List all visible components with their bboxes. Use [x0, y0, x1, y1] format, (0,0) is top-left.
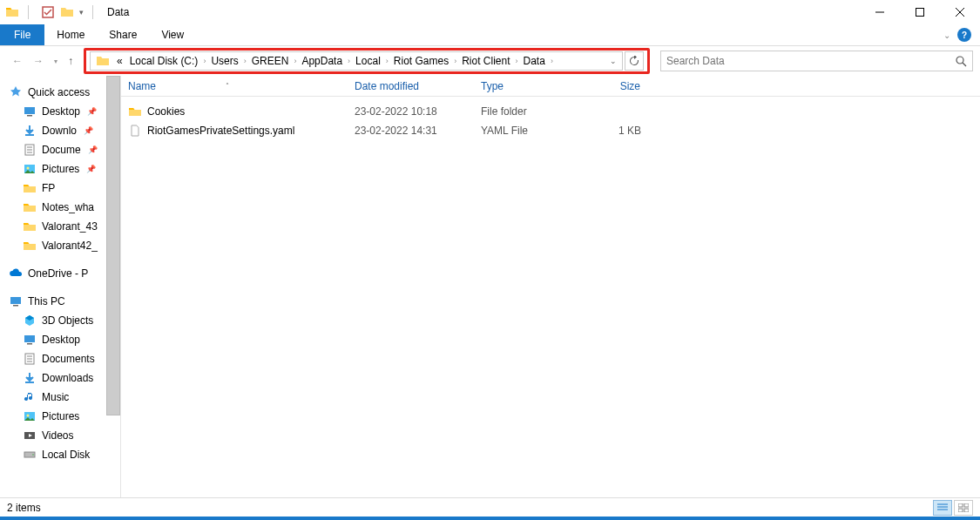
sidebar-this-pc[interactable]: This PC — [0, 292, 120, 311]
tab-share[interactable]: Share — [97, 24, 149, 45]
pic-icon — [23, 409, 37, 423]
col-size[interactable]: Size — [578, 80, 648, 92]
sidebar-item[interactable]: Docume📌 — [0, 140, 120, 159]
breadcrumb-segment[interactable]: Data — [520, 55, 549, 67]
sidebar-scrollbar[interactable] — [106, 76, 120, 497]
ribbon-expand-icon[interactable]: ⌄ — [943, 30, 950, 40]
pin-icon: 📌 — [84, 126, 93, 135]
breadcrumb-segment[interactable]: Riot Client — [458, 55, 513, 67]
sidebar-item[interactable]: Local Disk — [0, 445, 120, 464]
sidebar-item-label: Desktop — [42, 105, 80, 118]
sidebar-onedrive[interactable]: OneDrive - P — [0, 264, 120, 283]
sidebar-item[interactable]: FP — [0, 179, 120, 198]
up-button[interactable]: ↑ — [68, 55, 73, 67]
search-icon[interactable] — [955, 55, 967, 67]
folder-icon — [23, 239, 37, 253]
pin-icon: 📌 — [88, 145, 98, 154]
file-size: 1 KB — [578, 125, 648, 137]
history-dropdown-icon[interactable]: ▾ — [54, 57, 57, 65]
sidebar-item[interactable]: Valorant_43 — [0, 217, 120, 236]
file-type: YAML File — [474, 125, 578, 137]
svg-rect-17 — [13, 305, 18, 307]
file-row[interactable]: RiotGamesPrivateSettings.yaml23-02-2022 … — [121, 121, 980, 140]
chevron-right-icon: › — [514, 57, 520, 65]
minimize-button[interactable] — [860, 0, 900, 24]
qat-dropdown-icon[interactable]: ▾ — [79, 8, 84, 17]
sidebar-item[interactable]: Notes_wha — [0, 198, 120, 217]
back-button[interactable]: ← — [12, 55, 23, 67]
svg-rect-9 — [25, 134, 34, 136]
video-icon — [23, 429, 37, 442]
file-name: Cookies — [147, 105, 185, 118]
col-type[interactable]: Type — [474, 80, 578, 92]
music-icon — [23, 390, 37, 404]
chevron-right-icon: › — [292, 57, 298, 65]
forward-button[interactable]: → — [33, 55, 44, 67]
desktop-icon — [23, 333, 37, 347]
title-bar: ▾ Data — [0, 0, 980, 24]
col-name[interactable]: Name˄ — [121, 80, 348, 92]
file-tab[interactable]: File — [0, 24, 44, 45]
sidebar-item[interactable]: Downlo📌 — [0, 121, 120, 140]
sidebar-item[interactable]: Videos — [0, 426, 120, 445]
sidebar-item-label: Pictures — [42, 410, 79, 422]
disk-icon — [23, 448, 37, 462]
file-date: 23-02-2022 10:18 — [348, 105, 474, 118]
svg-rect-24 — [25, 382, 34, 383]
refresh-button[interactable] — [625, 51, 644, 71]
breadcrumb-prefix[interactable]: « — [113, 55, 126, 67]
qat-properties-icon[interactable] — [41, 5, 55, 19]
sidebar-item[interactable]: Valorant42_ — [0, 236, 120, 255]
sidebar-item[interactable]: Desktop📌 — [0, 102, 120, 121]
folder-icon — [23, 219, 37, 233]
svg-point-15 — [27, 167, 30, 170]
breadcrumb-segment[interactable]: Local — [352, 55, 384, 67]
help-icon[interactable]: ? — [957, 28, 971, 42]
breadcrumb-segment[interactable]: Riot Games — [390, 55, 452, 67]
tab-view[interactable]: View — [149, 24, 196, 45]
close-button[interactable] — [940, 0, 980, 24]
svg-point-26 — [27, 415, 30, 417]
breadcrumb-segment[interactable]: Users — [207, 55, 241, 67]
app-folder-icon — [5, 5, 19, 19]
search-input[interactable] — [666, 55, 955, 67]
breadcrumb-segment[interactable]: AppData — [298, 55, 346, 67]
file-row[interactable]: Cookies23-02-2022 10:18File folder — [121, 102, 980, 121]
star-icon — [9, 85, 23, 99]
address-bar[interactable]: « Local Disk (C:)›Users›GREEN›AppData›Lo… — [90, 51, 623, 71]
breadcrumb-segment[interactable]: Local Disk (C:) — [126, 55, 202, 67]
sidebar-item-label: Videos — [42, 429, 73, 442]
sidebar-quick-access[interactable]: Quick access — [0, 83, 120, 102]
file-list[interactable]: Name˄ Date modified Type Size Cookies23-… — [120, 76, 980, 497]
sidebar-item-label: Downlo — [42, 125, 77, 137]
sidebar-item[interactable]: 3D Objects — [0, 311, 120, 330]
breadcrumb-segment[interactable]: GREEN — [248, 55, 293, 67]
col-date[interactable]: Date modified — [348, 80, 474, 92]
window-title: Data — [107, 6, 129, 18]
tab-home[interactable]: Home — [44, 24, 97, 45]
details-view-button[interactable] — [933, 500, 952, 516]
address-dropdown-icon[interactable]: ⌄ — [610, 57, 617, 65]
col-name-label: Name — [128, 80, 156, 92]
file-name: RiotGamesPrivateSettings.yaml — [147, 125, 294, 137]
svg-rect-19 — [27, 343, 32, 345]
sidebar-item-label: Documents — [42, 353, 95, 365]
sidebar-item[interactable]: Documents — [0, 349, 120, 368]
sidebar-item[interactable]: Pictures — [0, 407, 120, 426]
chevron-right-icon: › — [549, 57, 555, 65]
column-headers[interactable]: Name˄ Date modified Type Size — [121, 76, 980, 97]
qat-newfolder-icon[interactable] — [60, 5, 74, 19]
chevron-right-icon: › — [452, 57, 458, 65]
sidebar-item-label: Valorant_43 — [42, 220, 98, 233]
sidebar-item[interactable]: Downloads — [0, 368, 120, 388]
file-date: 23-02-2022 14:31 — [348, 125, 474, 137]
maximize-button[interactable] — [900, 0, 940, 24]
sidebar-item[interactable]: Music — [0, 388, 120, 407]
sidebar-item[interactable]: Desktop — [0, 330, 120, 349]
svg-rect-8 — [27, 115, 32, 117]
pc-icon — [9, 294, 23, 308]
navigation-pane[interactable]: Quick access Desktop📌Downlo📌Docume📌Pictu… — [0, 76, 120, 497]
sidebar-item[interactable]: Pictures📌 — [0, 159, 120, 179]
thumbnails-view-button[interactable] — [954, 500, 973, 516]
search-box[interactable] — [660, 51, 973, 71]
